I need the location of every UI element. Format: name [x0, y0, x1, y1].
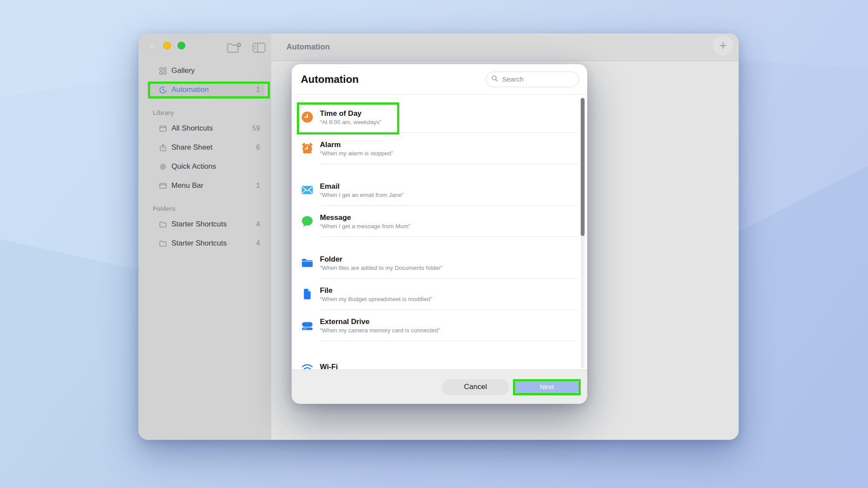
- trigger-list: Time of Day“At 8:00 am, weekdays” Alarm“…: [292, 95, 587, 370]
- trigger-subtitle: “When my alarm is stopped”: [320, 150, 393, 157]
- sidebar-section-library: Library: [153, 108, 264, 117]
- close-window-button[interactable]: [148, 42, 156, 49]
- grid-icon: [158, 66, 167, 75]
- share-icon: [158, 143, 167, 152]
- trigger-group: Folder“When files are added to my Docume…: [301, 247, 578, 341]
- trigger-title: File: [320, 286, 432, 295]
- sidebar: GalleryAutomation1LibraryAll Shortcuts59…: [138, 33, 271, 440]
- trigger-text: Folder“When files are added to my Docume…: [320, 255, 443, 271]
- external-drive-icon: [301, 319, 313, 331]
- sheet-title: Automation: [301, 73, 358, 85]
- trigger-title: Email: [320, 182, 404, 191]
- trigger-title: Folder: [320, 255, 443, 264]
- menu-bar-icon: [158, 181, 167, 190]
- sidebar-item-label: Share Sheet: [171, 143, 213, 152]
- trigger-row-external-drive[interactable]: External Drive“When my camera memory car…: [301, 310, 578, 341]
- trigger-title: Alarm: [320, 140, 393, 149]
- zoom-window-button[interactable]: [178, 42, 185, 49]
- sidebar-item-menu-bar[interactable]: Menu Bar1: [147, 177, 264, 194]
- add-shortcut-button[interactable]: +: [713, 36, 733, 56]
- folder-icon: [158, 239, 167, 248]
- sidebar-item-count: 4: [256, 239, 260, 247]
- file-icon: [301, 288, 313, 300]
- trigger-subtitle: “When files are added to my Documents fo…: [320, 265, 443, 271]
- trigger-subtitle: “When my Budget spreadsheet is modified”: [320, 296, 432, 302]
- sidebar-item-share-sheet[interactable]: Share Sheet6: [147, 139, 264, 156]
- trigger-row-wi-fi[interactable]: Wi-Fi: [301, 351, 578, 370]
- sidebar-item-label: Quick Actions: [171, 162, 216, 171]
- trigger-subtitle: “At 8:00 am, weekdays”: [320, 119, 381, 125]
- trigger-text: Alarm“When my alarm is stopped”: [320, 140, 393, 157]
- trigger-subtitle: “When I get an email from Jane”: [320, 192, 404, 198]
- trigger-subtitle: “When I get a message from Mum”: [320, 223, 411, 229]
- sidebar-item-label: Menu Bar: [171, 181, 204, 190]
- trigger-row-alarm[interactable]: Alarm“When my alarm is stopped”: [301, 133, 578, 164]
- gear-icon: [158, 162, 167, 171]
- sidebar-item-label: Starter Shortcuts: [171, 239, 227, 248]
- trigger-text: File“When my Budget spreadsheet is modif…: [320, 286, 432, 302]
- sidebar-item-gallery[interactable]: Gallery: [147, 62, 264, 79]
- sidebar-item-label: Gallery: [171, 66, 195, 75]
- time-of-day-icon: [301, 111, 313, 123]
- sidebar-item-count: 4: [256, 220, 260, 228]
- sidebar-item-quick-actions[interactable]: Quick Actions: [147, 158, 264, 175]
- next-button[interactable]: Next: [515, 381, 579, 393]
- sidebar-item-label: Automation: [171, 85, 209, 94]
- sidebar-item-label: All Shortcuts: [171, 124, 213, 133]
- page-title: Automation: [286, 43, 330, 52]
- trigger-title: Wi-Fi: [320, 362, 338, 370]
- folder-icon: [158, 220, 167, 229]
- automation-clock-icon: [158, 85, 167, 94]
- toggle-sidebar-icon[interactable]: [252, 42, 266, 55]
- sheet-header: Automation: [292, 64, 587, 95]
- trigger-text: External Drive“When my camera memory car…: [320, 317, 440, 334]
- folder-blue-icon: [301, 257, 313, 269]
- trigger-text: Wi-Fi: [320, 362, 338, 370]
- search-icon: [491, 75, 498, 84]
- sidebar-item-count: 1: [256, 182, 260, 190]
- sidebar-list: GalleryAutomation1LibraryAll Shortcuts59…: [147, 62, 264, 254]
- trigger-row-file[interactable]: File“When my Budget spreadsheet is modif…: [301, 278, 578, 310]
- wifi-icon: [301, 361, 313, 370]
- new-folder-icon[interactable]: [227, 42, 241, 56]
- email-icon: [301, 184, 313, 196]
- trigger-title: Message: [320, 213, 411, 222]
- scrollbar-thumb[interactable]: [581, 98, 585, 236]
- sidebar-item-starter-shortcuts[interactable]: Starter Shortcuts4: [147, 216, 264, 233]
- sidebar-item-count: 6: [256, 144, 260, 151]
- search-field[interactable]: [486, 72, 579, 87]
- trigger-subtitle: “When my camera memory card is connected…: [320, 327, 440, 334]
- plus-icon: +: [719, 39, 727, 52]
- search-input[interactable]: [501, 75, 573, 84]
- alarm-icon: [301, 142, 313, 154]
- trigger-row-time-of-day[interactable]: Time of Day“At 8:00 am, weekdays”: [301, 102, 578, 133]
- trigger-row-email[interactable]: Email“When I get an email from Jane”: [301, 174, 578, 206]
- trigger-text: Time of Day“At 8:00 am, weekdays”: [320, 109, 381, 125]
- sidebar-item-automation[interactable]: Automation1: [147, 82, 264, 98]
- sidebar-item-count: 59: [252, 124, 260, 132]
- sidebar-item-label: Starter Shortcuts: [171, 220, 227, 229]
- desktop: GalleryAutomation1LibraryAll Shortcuts59…: [0, 0, 868, 488]
- message-icon: [301, 215, 313, 227]
- trigger-group: Email“When I get an email from Jane” Mes…: [301, 174, 578, 237]
- trigger-text: Email“When I get an email from Jane”: [320, 182, 404, 198]
- new-automation-sheet: Automation Time of Day“At 8:00 am, weekd…: [292, 64, 587, 404]
- trigger-group: Wi-Fi: [301, 351, 578, 370]
- titlebar: Automation +: [271, 33, 739, 61]
- trigger-title: External Drive: [320, 317, 440, 326]
- annotation-box-next: Next: [513, 379, 581, 395]
- trigger-row-message[interactable]: Message“When I get a message from Mum”: [301, 206, 578, 237]
- cancel-button[interactable]: Cancel: [442, 379, 509, 395]
- trigger-group: Time of Day“At 8:00 am, weekdays” Alarm“…: [301, 102, 578, 164]
- sidebar-item-starter-shortcuts[interactable]: Starter Shortcuts4: [147, 235, 264, 252]
- sidebar-item-count: 1: [256, 86, 260, 94]
- trigger-row-folder[interactable]: Folder“When files are added to my Docume…: [301, 247, 578, 278]
- sidebar-section-folders: Folders: [153, 204, 264, 213]
- trigger-title: Time of Day: [320, 109, 381, 118]
- minimize-window-button[interactable]: [163, 42, 171, 49]
- sidebar-item-all-shortcuts[interactable]: All Shortcuts59: [147, 120, 264, 137]
- trigger-text: Message“When I get a message from Mum”: [320, 213, 411, 229]
- sheet-footer: Cancel Next: [292, 370, 587, 404]
- all-shortcuts-icon: [158, 124, 167, 133]
- scrollbar-track[interactable]: [581, 97, 585, 369]
